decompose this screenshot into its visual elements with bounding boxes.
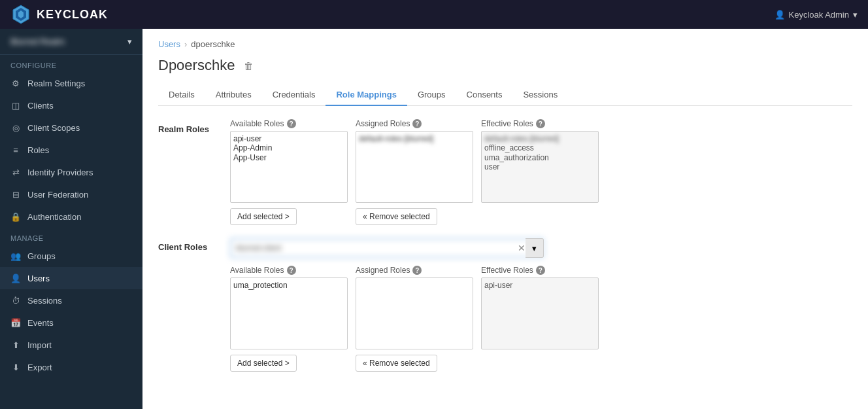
sidebar-label-groups: Groups bbox=[27, 251, 56, 261]
breadcrumb: Users › dpoerschke bbox=[158, 39, 852, 49]
configure-section-label: Configure bbox=[0, 55, 142, 72]
realm-selector[interactable]: Blurred Realm ▾ bbox=[0, 29, 142, 55]
client-available-roles-column: Available Roles ? uma_protection Add sel… bbox=[230, 266, 348, 372]
sidebar-item-import[interactable]: ⬆ Import bbox=[0, 334, 142, 356]
import-icon: ⬆ bbox=[10, 340, 21, 350]
sidebar-item-events[interactable]: 📅 Events bbox=[0, 311, 142, 334]
sidebar-label-realm-settings: Realm Settings bbox=[27, 79, 85, 88]
client-scopes-icon: ◎ bbox=[10, 122, 21, 133]
realm-remove-selected-button[interactable]: « Remove selected bbox=[356, 208, 437, 225]
user-federation-icon: ⊟ bbox=[10, 189, 21, 200]
list-item[interactable]: App-User bbox=[233, 153, 344, 162]
realm-roles-section: Realm Roles Available Roles ? api-user A… bbox=[158, 119, 852, 225]
tab-role-mappings[interactable]: Role Mappings bbox=[326, 84, 407, 106]
groups-icon: 👥 bbox=[10, 251, 21, 261]
breadcrumb-separator: › bbox=[184, 39, 187, 49]
brand: KEYCLOAK bbox=[10, 4, 108, 25]
client-effective-help-icon[interactable]: ? bbox=[536, 266, 545, 275]
client-roles-input[interactable] bbox=[230, 238, 544, 258]
sidebar-item-identity-providers[interactable]: ⇄ Identity Providers bbox=[0, 161, 142, 183]
breadcrumb-parent[interactable]: Users bbox=[158, 39, 180, 49]
sidebar-label-sessions: Sessions bbox=[27, 296, 62, 306]
client-roles-label: Client Roles bbox=[158, 238, 217, 252]
client-roles-columns: Available Roles ? uma_protection Add sel… bbox=[230, 266, 852, 372]
list-item[interactable]: default-roles-[blurred] bbox=[359, 134, 470, 143]
sidebar-item-users[interactable]: 👤 Users bbox=[0, 267, 142, 289]
delete-user-button[interactable]: 🗑 bbox=[241, 59, 256, 73]
list-item[interactable]: uma_protection bbox=[233, 281, 344, 290]
admin-user-label: Keycloak Admin bbox=[789, 10, 850, 20]
list-item[interactable]: offline_access bbox=[484, 143, 595, 152]
clients-icon: ◫ bbox=[10, 100, 21, 111]
sidebar-item-authentication[interactable]: 🔒 Authentication bbox=[0, 205, 142, 228]
sidebar-label-roles: Roles bbox=[27, 145, 49, 155]
list-item[interactable]: default-roles-[blurred] bbox=[484, 134, 595, 143]
tab-details[interactable]: Details bbox=[158, 84, 205, 106]
sidebar-item-groups[interactable]: 👥 Groups bbox=[0, 245, 142, 267]
sidebar-label-export: Export bbox=[27, 363, 52, 372]
sessions-icon: ⏱ bbox=[10, 295, 21, 306]
client-assigned-help-icon[interactable]: ? bbox=[412, 266, 422, 275]
sidebar-item-export[interactable]: ⬇ Export bbox=[0, 356, 142, 378]
admin-user-menu[interactable]: 👤 Keycloak Admin ▾ bbox=[775, 10, 858, 20]
manage-section-label: Manage bbox=[0, 228, 142, 245]
client-roles-section-spacer bbox=[158, 266, 217, 271]
realm-assigned-help-icon[interactable]: ? bbox=[412, 119, 422, 128]
client-assigned-roles-column: Assigned Roles ? « Remove selected bbox=[356, 266, 473, 372]
client-roles-section: Available Roles ? uma_protection Add sel… bbox=[158, 266, 852, 372]
sidebar-label-events: Events bbox=[27, 318, 54, 328]
realm-available-roles-listbox[interactable]: api-user App-Admin App-User bbox=[230, 131, 348, 203]
client-assigned-roles-listbox[interactable] bbox=[356, 277, 473, 349]
main-content: Users › dpoerschke Dpoerschke 🗑 Details … bbox=[142, 29, 868, 409]
client-roles-clear-icon[interactable]: ✕ bbox=[518, 243, 526, 253]
sidebar-label-identity-providers: Identity Providers bbox=[27, 168, 93, 177]
keycloak-logo-icon bbox=[10, 4, 31, 25]
client-effective-roles-column: Effective Roles ? api-user bbox=[481, 266, 599, 372]
tab-groups[interactable]: Groups bbox=[407, 84, 456, 106]
list-item[interactable]: api-user bbox=[484, 281, 595, 290]
realm-caret-icon: ▾ bbox=[127, 37, 132, 46]
client-add-selected-button[interactable]: Add selected > bbox=[230, 355, 297, 372]
client-roles-select-wrap: ✕ ▾ bbox=[230, 238, 544, 258]
sidebar-item-user-federation[interactable]: ⊟ User Federation bbox=[0, 183, 142, 205]
users-icon: 👤 bbox=[10, 273, 21, 283]
realm-roles-label: Realm Roles bbox=[158, 119, 217, 134]
realm-assigned-roles-listbox[interactable]: default-roles-[blurred] bbox=[356, 131, 473, 203]
realm-effective-label: Effective Roles bbox=[481, 119, 533, 128]
realm-add-selected-button[interactable]: Add selected > bbox=[230, 208, 297, 225]
breadcrumb-current: dpoerschke bbox=[191, 39, 235, 49]
sidebar-item-clients[interactable]: ◫ Clients bbox=[0, 94, 142, 116]
realm-name: Blurred Realm bbox=[10, 37, 65, 46]
realm-available-help-icon[interactable]: ? bbox=[287, 119, 296, 128]
page-header: Dpoerschke 🗑 bbox=[158, 57, 852, 74]
client-available-help-icon[interactable]: ? bbox=[287, 266, 296, 275]
realm-available-roles-header: Available Roles ? bbox=[230, 119, 348, 128]
realm-roles-columns: Available Roles ? api-user App-Admin App… bbox=[230, 119, 852, 225]
roles-icon: ≡ bbox=[10, 145, 21, 155]
sidebar-item-roles[interactable]: ≡ Roles bbox=[0, 139, 142, 161]
client-available-roles-listbox[interactable]: uma_protection bbox=[230, 277, 348, 349]
tab-consents[interactable]: Consents bbox=[456, 84, 513, 106]
tab-attributes[interactable]: Attributes bbox=[205, 84, 262, 106]
client-roles-dropdown-icon[interactable]: ▾ bbox=[526, 238, 544, 258]
list-item[interactable]: api-user bbox=[233, 134, 344, 143]
sidebar-item-realm-settings[interactable]: ⚙ Realm Settings bbox=[0, 72, 142, 94]
realm-effective-roles-listbox[interactable]: default-roles-[blurred] offline_access u… bbox=[481, 131, 599, 203]
sidebar-label-import: Import bbox=[27, 340, 52, 350]
realm-available-roles-column: Available Roles ? api-user App-Admin App… bbox=[230, 119, 348, 225]
realm-effective-help-icon[interactable]: ? bbox=[536, 119, 545, 128]
tab-credentials[interactable]: Credentials bbox=[262, 84, 326, 106]
list-item[interactable]: user bbox=[484, 162, 595, 171]
sidebar-item-sessions[interactable]: ⏱ Sessions bbox=[0, 289, 142, 311]
list-item[interactable]: uma_authorization bbox=[484, 153, 595, 162]
tab-bar: Details Attributes Credentials Role Mapp… bbox=[158, 84, 852, 106]
sidebar-item-client-scopes[interactable]: ◎ Client Scopes bbox=[0, 116, 142, 139]
list-item[interactable]: App-Admin bbox=[233, 143, 344, 152]
client-remove-selected-button[interactable]: « Remove selected bbox=[356, 355, 437, 372]
client-effective-roles-listbox[interactable]: api-user bbox=[481, 277, 599, 349]
tab-sessions[interactable]: Sessions bbox=[512, 84, 568, 106]
realm-effective-roles-column: Effective Roles ? default-roles-[blurred… bbox=[481, 119, 599, 225]
client-available-roles-header: Available Roles ? bbox=[230, 266, 348, 275]
authentication-icon: 🔒 bbox=[10, 211, 21, 222]
sidebar: Blurred Realm ▾ Configure ⚙ Realm Settin… bbox=[0, 29, 142, 409]
